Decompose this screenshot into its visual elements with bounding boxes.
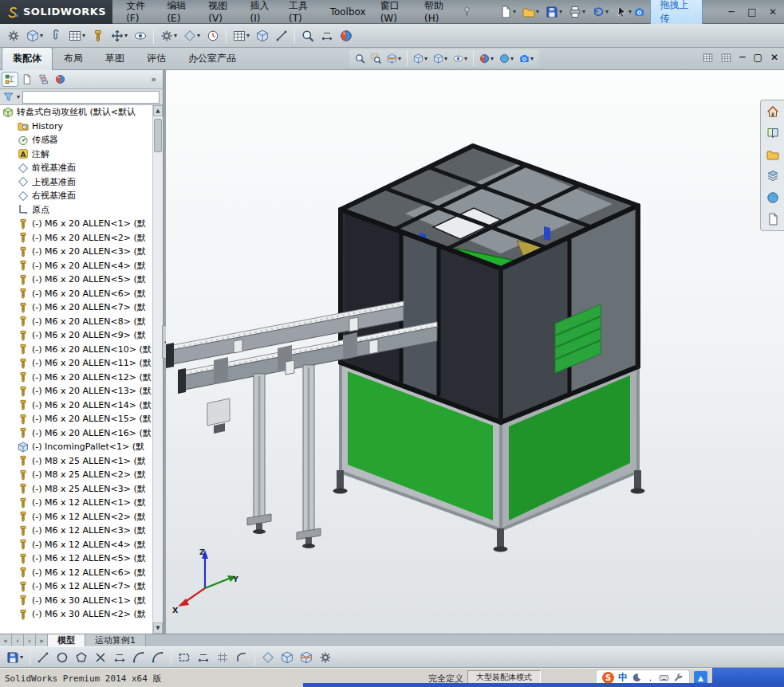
tree-item[interactable]: 前视基准面 xyxy=(0,161,152,175)
menu-1[interactable]: 文件(F) xyxy=(119,0,160,26)
interference-detection[interactable] xyxy=(299,28,317,44)
scrollbar-thumb[interactable] xyxy=(154,119,162,152)
move-component[interactable]: ▾ xyxy=(108,28,130,44)
menu-6[interactable]: Toolbox xyxy=(323,4,373,20)
filter-input[interactable] xyxy=(22,91,160,104)
assembly-features[interactable]: ▾ xyxy=(158,28,179,44)
smart-fasteners[interactable] xyxy=(89,28,107,44)
section-view[interactable]: ▾ xyxy=(384,52,404,65)
exploded-view[interactable] xyxy=(254,28,271,44)
spline[interactable] xyxy=(149,650,167,665)
ime-fullhalf-icon[interactable] xyxy=(632,673,642,683)
reference-plane[interactable] xyxy=(259,650,277,665)
tab-评估[interactable]: 评估 xyxy=(136,47,177,70)
close-window[interactable]: ✕ xyxy=(765,5,781,19)
new-motion-study[interactable] xyxy=(204,28,222,44)
menu-3[interactable]: 视图(V) xyxy=(201,0,242,26)
menu-4[interactable]: 插入(I) xyxy=(243,0,282,26)
bill-of-materials[interactable]: ▾ xyxy=(230,28,252,44)
new-document[interactable]: ▾ xyxy=(497,4,518,20)
edit-appearance[interactable]: ▾ xyxy=(477,52,496,65)
ime-punctuation[interactable]: ， xyxy=(646,672,655,684)
polygon[interactable] xyxy=(73,650,90,665)
prev-tab-button[interactable]: ‹ xyxy=(12,634,24,646)
tree-item[interactable]: (-) M6 x 12 ALLEN<7> (默 xyxy=(0,579,152,594)
last-tab-button[interactable]: » xyxy=(36,634,48,646)
ime-toolbox-icon[interactable] xyxy=(673,673,684,683)
tree-item[interactable]: (-) M6 x 20 ALLEN<4> (默 xyxy=(0,259,152,273)
graphics-area[interactable]: Z Y X xyxy=(166,70,784,634)
tree-item[interactable]: (-) M6 x 20 ALLEN<7> (默 xyxy=(0,300,152,315)
save[interactable]: ▾ xyxy=(4,650,26,665)
next-tab-button[interactable]: › xyxy=(24,634,36,646)
three-point-arc[interactable] xyxy=(130,650,148,665)
screenshot-camera-icon[interactable] xyxy=(634,6,644,18)
tree-item[interactable]: (-) M6 x 20 ALLEN<3> (默 xyxy=(0,245,152,259)
design-library[interactable] xyxy=(764,125,782,141)
tree-item[interactable]: 右视基准面 xyxy=(0,189,152,203)
undo[interactable]: ▾ xyxy=(589,4,611,20)
3d-sketch[interactable] xyxy=(278,650,296,665)
featuremanager-tab[interactable] xyxy=(2,73,18,86)
split-view-vertical[interactable] xyxy=(719,51,734,65)
save[interactable]: ▾ xyxy=(543,4,565,20)
restore-document[interactable]: ▢ xyxy=(751,50,765,65)
tree-item[interactable]: (-) M6 x 20 ALLEN<6> (默 xyxy=(0,287,152,301)
explode-line-sketch[interactable] xyxy=(273,28,290,44)
hide-show-items[interactable]: ▾ xyxy=(451,52,470,65)
tree-item[interactable]: (-) M8 x 25 ALLEN<2> (默 xyxy=(0,468,152,482)
print[interactable]: ▾ xyxy=(566,4,588,20)
zoom-to-area[interactable] xyxy=(368,52,384,65)
view-orientation[interactable]: ▾ xyxy=(411,52,430,65)
reference-geometry[interactable]: ▾ xyxy=(181,28,203,44)
tree-item[interactable]: (-) M6 x 20 ALLEN<15> (默 xyxy=(0,412,152,426)
tree-item[interactable]: (-) M6 x 20 ALLEN<16> (默 xyxy=(0,426,152,441)
appearances-scenes[interactable] xyxy=(764,190,782,206)
tree-item[interactable]: (-) M6 x 20 ALLEN<10> (默 xyxy=(0,343,152,357)
custom-properties[interactable] xyxy=(764,211,782,227)
tree-item[interactable]: (-) M6 x 20 ALLEN<14> (默 xyxy=(0,398,152,413)
tree-item[interactable]: (-) IncomingPallet<1> (默 xyxy=(0,440,152,454)
tree-item[interactable]: (-) M6 x 20 ALLEN<8> (默 xyxy=(0,315,152,329)
circle[interactable] xyxy=(53,650,71,665)
tab-办公室产品[interactable]: 办公室产品 xyxy=(177,47,247,70)
mass-properties[interactable] xyxy=(337,28,355,44)
tree-item[interactable]: History xyxy=(0,120,152,134)
menu-5[interactable]: 工具(T) xyxy=(282,0,323,26)
tree-item[interactable]: (-) M6 x 12 ALLEN<3> (默 xyxy=(0,524,152,538)
sogou-logo[interactable]: S xyxy=(602,672,614,684)
tree-item[interactable]: (-) M6 x 12 ALLEN<6> (默 xyxy=(0,566,152,580)
split-view-horizontal[interactable] xyxy=(700,51,715,65)
tree-item[interactable]: (-) M6 x 20 ALLEN<13> (默 xyxy=(0,384,152,398)
chamfer[interactable] xyxy=(233,650,250,665)
linear-component-pattern[interactable]: ▾ xyxy=(66,28,88,44)
tree-item[interactable]: (-) M6 x 20 ALLEN<11> (默 xyxy=(0,356,152,371)
smart-dimension[interactable] xyxy=(195,650,212,665)
scroll-up-arrow[interactable]: ▲ xyxy=(153,105,163,116)
apply-scene[interactable]: ▾ xyxy=(497,52,516,65)
mirror-entities[interactable] xyxy=(111,650,128,665)
panel-overflow-chevron[interactable]: » xyxy=(147,74,160,84)
solidworks-resources[interactable] xyxy=(764,104,782,120)
tree-item[interactable]: (-) M6 x 20 ALLEN<9> (默 xyxy=(0,328,152,343)
view-settings[interactable]: ▾ xyxy=(517,52,536,65)
tree-item[interactable]: (-) M6 x 12 ALLEN<4> (默 xyxy=(0,538,152,552)
tab-运动算例1[interactable]: 运动算例1 xyxy=(85,634,146,646)
tree-item[interactable]: 传感器 xyxy=(0,133,152,147)
tree-item[interactable]: (-) M8 x 25 ALLEN<1> (默 xyxy=(0,454,152,469)
show-hidden-components[interactable] xyxy=(132,28,149,44)
propertymanager-tab[interactable] xyxy=(19,73,34,86)
tree-item[interactable]: (-) M6 x 30 ALLEN<1> (默 xyxy=(0,594,152,608)
tree-item[interactable]: 原点 xyxy=(0,203,152,218)
first-tab-button[interactable]: « xyxy=(0,634,12,646)
select[interactable]: ▾ xyxy=(613,4,634,20)
menu-8[interactable]: 帮助(H) xyxy=(417,0,459,26)
mate[interactable] xyxy=(47,28,65,44)
tree-item[interactable]: (-) M6 x 12 ALLEN<2> (默 xyxy=(0,510,152,524)
tree-item[interactable]: (-) M6 x 20 ALLEN<2> (默 xyxy=(0,231,152,245)
open-document[interactable]: ▾ xyxy=(520,4,542,20)
minimize-window[interactable]: ─ xyxy=(723,5,739,19)
tree-root-item[interactable]: 转盘式自动攻丝机 (默认<默认 xyxy=(0,105,152,120)
tab-草图[interactable]: 草图 xyxy=(94,47,136,70)
insert-components[interactable]: ▾ xyxy=(24,28,45,44)
